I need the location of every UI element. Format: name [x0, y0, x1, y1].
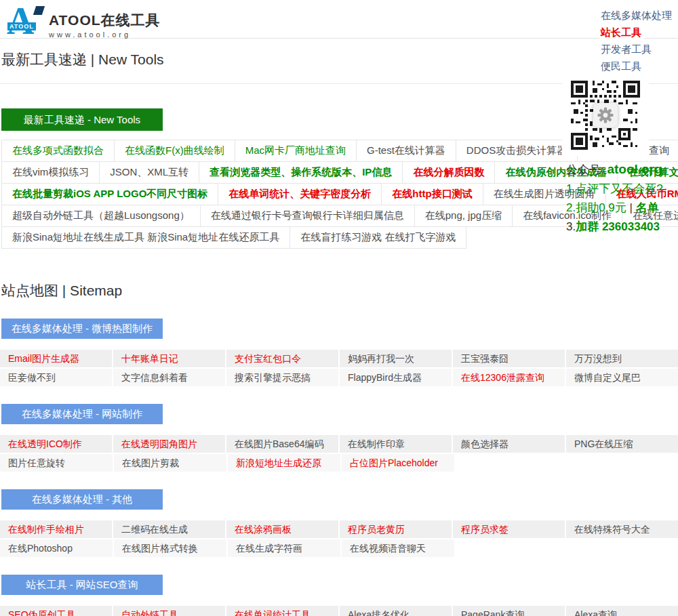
- nav-item-1[interactable]: 站长工具: [599, 24, 644, 41]
- qr-popup-text-part: |: [626, 201, 636, 214]
- nav-item-3[interactable]: 便民工具: [599, 58, 644, 75]
- section-table: 在线制作手绘相片二维码在线生成在线涂鸦画板程序员老黄历程序员求签在线特殊符号大全…: [0, 520, 678, 557]
- section-table: 在线透明ICO制作在线透明圆角图片在线图片Base64编码在线制作印章颜色选择器…: [0, 435, 678, 472]
- section-title-button[interactable]: 在线多媒体处理 - 网站制作: [1, 404, 163, 424]
- site-url: www.atool.org: [49, 30, 161, 39]
- table-row: 图片任意旋转在线图片剪裁新浪短地址生成还原占位图片Placeholder: [0, 454, 678, 472]
- section-title-button[interactable]: 站长工具 - 网站SEO查询: [1, 575, 163, 595]
- table-link[interactable]: 在线制作手绘相片: [0, 520, 112, 538]
- table-link[interactable]: 程序员求签: [453, 520, 565, 538]
- table-row: 在线透明ICO制作在线透明圆角图片在线图片Base64编码在线制作印章颜色选择器…: [0, 435, 678, 453]
- qr-popup-text: 公众号: atool.org1.点评下又不会死?2.捐助0.9元 | 名单3.加…: [562, 160, 649, 237]
- table-link[interactable]: 微博自定义尾巴: [566, 369, 678, 386]
- table-link[interactable]: 程序员老黄历: [340, 520, 452, 538]
- section-title-button[interactable]: 在线多媒体处理 - 其他: [1, 489, 163, 510]
- nav-item-2[interactable]: 开发者工具: [599, 41, 654, 58]
- table-link[interactable]: 图片任意旋转: [0, 454, 113, 472]
- tool-link[interactable]: 在线vim模拟练习: [1, 161, 100, 184]
- tool-link[interactable]: G-test在线计算器: [356, 140, 456, 162]
- tool-link[interactable]: 超级自动外链工具（超越Lusongsong）: [1, 205, 201, 227]
- logo-a-icon: A ATOOL: [7, 4, 45, 38]
- table-link[interactable]: Alexa查询: [566, 606, 678, 616]
- table-link[interactable]: 在线视频语音聊天: [342, 539, 454, 557]
- table-link[interactable]: 在线图片格式转换: [114, 539, 226, 557]
- sitemap-section-1: 在线多媒体处理 - 网站制作在线透明ICO制作在线透明圆角图片在线图片Base6…: [0, 404, 678, 472]
- gear-icon: [593, 103, 618, 127]
- qr-popup-line-0: 公众号: atool.org: [566, 160, 649, 180]
- table-link[interactable]: 王宝强泰囧: [453, 350, 565, 367]
- tool-link[interactable]: 在线通过银行卡号查询银行卡详细归属信息: [200, 205, 415, 227]
- table-link[interactable]: 十年账单日记: [113, 350, 225, 367]
- table-row: 在线Photoshop在线图片格式转换在线生成字符画在线视频语音聊天: [0, 539, 678, 557]
- qr-popup-text-part: atool.org: [607, 162, 662, 176]
- qr-popup-text-part: 加群 236033403: [576, 220, 660, 233]
- sitemap-sections: 在线多媒体处理 - 微博热图制作Email图片生成器十年账单日记支付宝红包口令妈…: [0, 319, 678, 616]
- table-row: Email图片生成器十年账单日记支付宝红包口令妈妈再打我一次王宝强泰囧万万没想到: [0, 350, 678, 367]
- logo-flag-accent: [33, 6, 45, 15]
- table-link[interactable]: 自动外链工具: [113, 606, 225, 616]
- tool-link[interactable]: 在线png, jpg压缩: [414, 205, 513, 227]
- sitemap-section-2: 在线多媒体处理 - 其他在线制作手绘相片二维码在线生成在线涂鸦画板程序员老黄历程…: [0, 489, 678, 557]
- qr-popup-line-2: 2.捐助0.9元 | 名单: [566, 199, 649, 218]
- tool-link[interactable]: 在线函数F(x)曲线绘制: [114, 140, 235, 162]
- table-link[interactable]: 文字信息斜着看: [113, 369, 225, 386]
- sitemap-section-3: 站长工具 - 网站SEO查询SEO伪原创工具自动外链工具在线单词统计工具Alex…: [0, 575, 678, 616]
- page: A ATOOL ATOOL在线工具 www.atool.org 在线多媒体处理站…: [0, 0, 678, 616]
- tool-link[interactable]: JSON、XML互转: [99, 161, 199, 184]
- table-link[interactable]: 新浪短地址生成还原: [228, 454, 340, 472]
- tool-link[interactable]: 在线盲打练习游戏 在线打飞字游戏: [290, 226, 466, 249]
- new-tools-section-button[interactable]: 最新工具速递 - New Tools: [1, 108, 163, 131]
- table-link[interactable]: 搜索引擎提示恶搞: [226, 369, 338, 386]
- table-link[interactable]: 在线制作印章: [340, 435, 452, 453]
- table-link[interactable]: 在线透明ICO制作: [0, 435, 112, 453]
- table-link[interactable]: 在线12306泄露查询: [453, 369, 565, 386]
- qr-popup-text-part: 3.: [566, 220, 576, 233]
- section-title-button[interactable]: 在线多媒体处理 - 微博热图制作: [1, 319, 163, 339]
- tool-link[interactable]: DDOS攻击损失计算器: [456, 140, 578, 162]
- table-link[interactable]: 二维码在线生成: [113, 520, 225, 538]
- tool-link[interactable]: 在线http接口测试: [381, 183, 483, 205]
- table-link[interactable]: 在线生成字符画: [228, 539, 340, 557]
- table-link[interactable]: 在线涂鸦画板: [226, 520, 338, 538]
- table-row: SEO伪原创工具自动外链工具在线单词统计工具Alexa排名优化PageRank查…: [0, 606, 678, 616]
- site-title: ATOOL在线工具: [49, 11, 161, 30]
- logo-badge: ATOOL: [7, 22, 36, 30]
- table-link[interactable]: 在线Photoshop: [0, 539, 113, 557]
- table-link[interactable]: 在线特殊符号大全: [566, 520, 678, 538]
- table-link[interactable]: Alexa排名优化: [340, 606, 452, 616]
- tool-link[interactable]: Mac网卡厂商地址查询: [235, 140, 357, 162]
- table-link[interactable]: Email图片生成器: [0, 350, 112, 367]
- tool-link[interactable]: 新浪Sina短地址在线生成工具 新浪Sina短地址在线还原工具: [1, 226, 290, 249]
- table-link[interactable]: 在线透明圆角图片: [113, 435, 225, 453]
- table-link[interactable]: 支付宝红包口令: [226, 350, 338, 367]
- table-link[interactable]: 在线单词统计工具: [226, 606, 338, 616]
- table-link[interactable]: PNG在线压缩: [566, 435, 678, 453]
- tool-link[interactable]: 在线分解质因数: [402, 161, 495, 184]
- tool-link[interactable]: 在线多项式函数拟合: [1, 140, 115, 162]
- site-logo[interactable]: A ATOOL ATOOL在线工具 www.atool.org: [0, 0, 678, 39]
- qr-popup: 公众号: atool.org1.点评下又不会死?2.捐助0.9元 | 名单3.加…: [562, 74, 649, 237]
- table-link[interactable]: 臣妾做不到: [0, 369, 112, 386]
- section-table: SEO伪原创工具自动外链工具在线单词统计工具Alexa排名优化PageRank查…: [0, 606, 678, 616]
- qr-popup-link[interactable]: 名单: [636, 201, 659, 214]
- qr-popup-line-3: 3.加群 236033403: [566, 218, 649, 237]
- nav-item-0[interactable]: 在线多媒体处理: [599, 7, 675, 24]
- table-link[interactable]: FlappyBird生成器: [340, 369, 452, 386]
- table-link[interactable]: 万万没想到: [566, 350, 678, 367]
- table-link[interactable]: 在线图片剪裁: [114, 454, 226, 472]
- qr-popup-text-part: 1.点评下又不会死?: [566, 182, 663, 195]
- qr-popup-text-part: 公众号:: [566, 163, 607, 176]
- table-link[interactable]: 占位图片Placeholder: [342, 454, 454, 472]
- qr-popup-line-1: 1.点评下又不会死?: [566, 180, 649, 199]
- table-row: 在线制作手绘相片二维码在线生成在线涂鸦画板程序员老黄历程序员求签在线特殊符号大全: [0, 520, 678, 538]
- page-title-sitemap: 站点地图 | Sitemap: [0, 281, 678, 300]
- table-link[interactable]: 颜色选择器: [453, 435, 565, 453]
- qr-popup-text-part: 2.捐助0.9元: [566, 201, 626, 214]
- table-link[interactable]: 妈妈再打我一次: [340, 350, 452, 367]
- table-link[interactable]: SEO伪原创工具: [0, 606, 112, 616]
- tool-link[interactable]: 在线单词统计、关键字密度分析: [218, 183, 382, 205]
- tool-link[interactable]: 查看浏览器类型、操作系统版本、IP信息: [199, 161, 403, 184]
- table-link[interactable]: PageRank查询: [453, 606, 565, 616]
- tool-link[interactable]: 在线批量剪裁iOS APP LOGO不同尺寸图标: [1, 183, 218, 205]
- table-link[interactable]: 在线图片Base64编码: [226, 435, 338, 453]
